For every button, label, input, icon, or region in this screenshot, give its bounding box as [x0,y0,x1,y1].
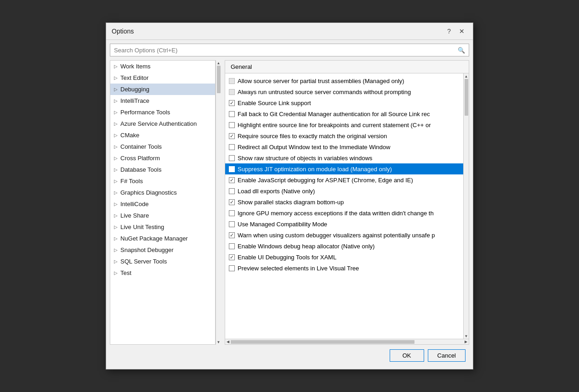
sidebar-item-sql-server-tools[interactable]: ▷SQL Server Tools [110,256,215,267]
sidebar-item-live-share[interactable]: ▷Live Share [110,210,215,221]
option-row[interactable]: ✓Redirect all Output Window text to the … [225,141,463,152]
option-text: Suppress JIT optimization on module load… [238,166,392,173]
option-row[interactable]: ✓Enable JavaScript debugging for ASP.NET… [225,174,463,185]
arrow-icon: ▷ [114,167,118,172]
close-button[interactable]: ✕ [456,27,467,36]
sidebar-item-container-tools[interactable]: ▷Container Tools [110,141,215,152]
checkbox[interactable]: ✓ [229,210,235,216]
sidebar-scroll-up[interactable]: ▲ [216,60,221,66]
checkbox[interactable]: ✓ [229,243,235,249]
option-row[interactable]: ✓Require source files to exactly match t… [225,130,463,141]
content-scroll-thumb[interactable] [465,79,468,116]
arrow-icon: ▷ [114,179,118,184]
sidebar-item-intellitrace[interactable]: ▷IntelliTrace [110,95,215,106]
option-row[interactable]: ✓Always run untrusted source server comm… [225,86,463,97]
checkbox[interactable]: ✓ [229,111,235,117]
option-row[interactable]: ✓Ignore GPU memory access exceptions if … [225,207,463,218]
bottom-bar: OK Cancel [110,345,469,365]
checkbox[interactable]: ✓ [229,199,235,205]
option-row[interactable]: ✓Suppress JIT optimization on module loa… [225,163,463,174]
arrow-icon: ▷ [114,75,118,80]
checkbox[interactable]: ✓ [229,100,235,106]
checkbox[interactable]: ✓ [229,254,235,260]
sidebar-item-nuget-package-manager[interactable]: ▷NuGet Package Manager [110,233,215,244]
sidebar-item-live-unit-testing[interactable]: ▷Live Unit Testing [110,221,215,233]
content-title: General [225,61,469,73]
option-row[interactable]: ✓Load dll exports (Native only) [225,185,463,196]
sidebar-item-intellicode[interactable]: ▷IntelliCode [110,198,215,210]
sidebar-item-test[interactable]: ▷Test [110,267,215,279]
checkbox[interactable]: ✓ [229,89,235,95]
sidebar-item-label: Graphics Diagnostics [120,189,177,196]
checkbox[interactable]: ✓ [229,122,235,128]
option-row[interactable]: ✓Preview selected elements in Live Visua… [225,263,463,274]
sidebar-item-label: Snapshot Debugger [120,246,174,253]
sidebar-item-label: Text Editor [120,74,148,81]
option-text: Use Managed Compatibility Mode [238,221,327,228]
sidebar-item-label: Database Tools [120,166,161,173]
option-row[interactable]: ✓Fall back to Git Credential Manager aut… [225,108,463,119]
option-row[interactable]: ✓Highlight entire source line for breakp… [225,119,463,130]
checkbox[interactable]: ✓ [229,78,235,84]
sidebar-item-cross-platform[interactable]: ▷Cross Platform [110,152,215,164]
option-text: Show parallel stacks diagram bottom-up [238,199,344,206]
cancel-button[interactable]: Cancel [428,349,465,362]
sidebar-item-label: Test [120,269,131,276]
sidebar-item-label: IntelliTrace [120,97,149,104]
sidebar-item-f#-tools[interactable]: ▷F# Tools [110,175,215,187]
sidebar-item-work-items[interactable]: ▷Work Items [110,61,215,72]
sidebar-item-cmake[interactable]: ▷CMake [110,129,215,141]
checkbox[interactable]: ✓ [229,232,235,238]
option-row[interactable]: ✓Enable Windows debug heap allocator (Na… [225,241,463,252]
ok-button[interactable]: OK [390,349,424,362]
sidebar-scroll-down[interactable]: ▼ [216,339,221,345]
arrow-icon: ▷ [114,202,118,207]
sidebar-item-database-tools[interactable]: ▷Database Tools [110,164,215,175]
checkbox[interactable]: ✓ [229,221,235,227]
option-row[interactable]: ✓Use Managed Compatibility Mode [225,218,463,230]
option-row[interactable]: ✓Warn when using custom debugger visuali… [225,230,463,241]
sidebar-item-graphics-diagnostics[interactable]: ▷Graphics Diagnostics [110,187,215,198]
options-dialog: Options ? ✕ 🔍 ▷Work Items▷Text Editor▷De… [106,22,473,370]
checkbox[interactable]: ✓ [229,144,235,150]
sidebar-item-performance-tools[interactable]: ▷Performance Tools [110,106,215,118]
search-input[interactable] [110,47,454,54]
content-body: ✓Allow source server for partial trust a… [225,73,469,339]
content-scroll-left[interactable]: ◀ [225,339,231,344]
option-text: Load dll exports (Native only) [238,188,315,195]
dialog-content: 🔍 ▷Work Items▷Text Editor▷Debugging▷Inte… [106,40,473,369]
sidebar-item-text-editor[interactable]: ▷Text Editor [110,72,215,84]
checkbox[interactable]: ✓ [229,188,235,194]
arrow-icon: ▷ [114,270,118,275]
content-hscroll-thumb[interactable] [231,340,414,344]
sidebar-item-snapshot-debugger[interactable]: ▷Snapshot Debugger [110,244,215,256]
option-text: Enable Source Link support [238,100,311,106]
checkbox[interactable]: ✓ [229,177,235,183]
check-mark: ✓ [230,177,234,183]
option-row[interactable]: ✓Enable Source Link support [225,97,463,108]
option-row[interactable]: ✓Allow source server for partial trust a… [225,75,463,86]
content-scroll-down[interactable]: ▼ [464,333,469,339]
sidebar-item-azure-service-authentication[interactable]: ▷Azure Service Authentication [110,118,215,129]
checkbox[interactable]: ✓ [229,133,235,139]
option-row[interactable]: ✓Enable UI Debugging Tools for XAML [225,252,463,263]
sidebar: ▷Work Items▷Text Editor▷Debugging▷Intell… [110,60,216,345]
sidebar-item-debugging[interactable]: ▷Debugging [110,84,215,95]
checkbox[interactable]: ✓ [229,166,235,172]
content-scroll-up[interactable]: ▲ [464,73,469,79]
sidebar-item-label: Live Unit Testing [120,224,164,230]
content-scroll: ✓Allow source server for partial trust a… [225,73,463,339]
help-button[interactable]: ? [444,27,454,36]
option-row[interactable]: ✓Show raw structure of objects in variab… [225,152,463,163]
option-row[interactable]: ✓Show parallel stacks diagram bottom-up [225,196,463,207]
sidebar-scroll-thumb[interactable] [217,66,221,93]
checkbox[interactable]: ✓ [229,265,235,271]
content-panel: General ✓Allow source server for partial… [225,60,469,345]
search-icon: 🔍 [454,47,469,54]
option-text: Preview selected elements in Live Visual… [238,265,359,272]
sidebar-scroll-track [216,66,221,339]
arrow-icon: ▷ [114,247,118,252]
content-scroll-track [464,79,469,333]
checkbox[interactable]: ✓ [229,155,235,161]
content-scroll-right[interactable]: ▶ [463,339,469,344]
